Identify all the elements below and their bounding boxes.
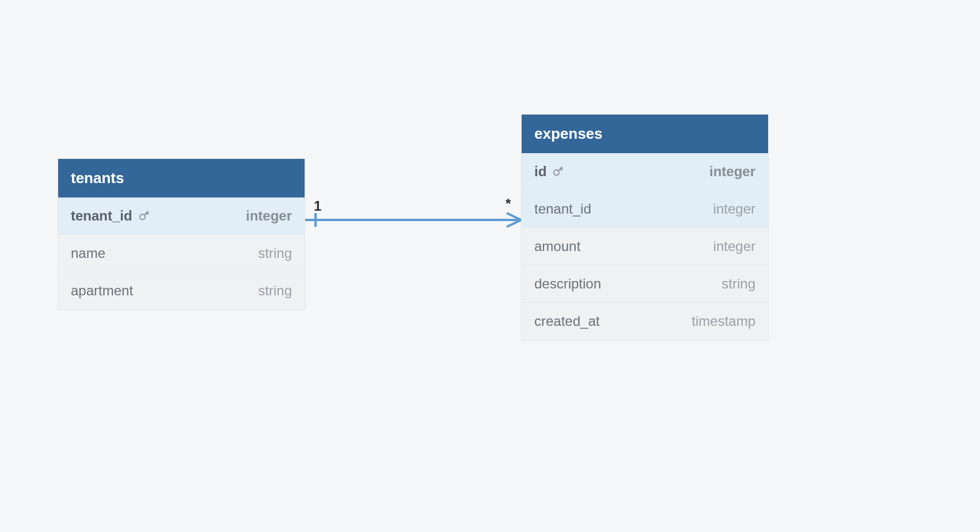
column-type: string — [258, 245, 292, 261]
tenants-row-tenant_id[interactable]: tenant_id integer — [58, 197, 305, 234]
expenses-row-id[interactable]: id integer — [522, 153, 768, 190]
entity-expenses-header: expenses — [522, 115, 768, 153]
column-name: apartment — [71, 283, 133, 299]
column-name: description — [534, 276, 601, 292]
column-name: tenant_id — [71, 208, 151, 224]
column-type: integer — [713, 201, 755, 217]
tenants-row-name[interactable]: name string — [58, 234, 305, 272]
entity-tenants-header: tenants — [58, 159, 305, 197]
column-type: string — [258, 283, 292, 299]
expenses-row-created_at[interactable]: created_at timestamp — [522, 302, 768, 340]
entity-tenants[interactable]: tenants tenant_id integer name string ap… — [58, 158, 305, 310]
column-name: tenant_id — [534, 201, 591, 217]
er-diagram-canvas: 1 * tenants tenant_id integer name strin… — [0, 0, 980, 532]
expenses-row-tenant_id[interactable]: tenant_id integer — [522, 190, 768, 227]
column-type: string — [721, 276, 755, 292]
svg-line-2 — [507, 213, 521, 220]
expenses-row-amount[interactable]: amount integer — [522, 227, 768, 265]
cardinality-many-label: * — [506, 196, 511, 212]
column-type: integer — [246, 208, 292, 224]
column-name: amount — [534, 238, 580, 254]
column-name: name — [71, 245, 105, 261]
column-type: integer — [709, 164, 755, 180]
tenants-row-apartment[interactable]: apartment string — [58, 272, 305, 309]
expenses-row-description[interactable]: description string — [522, 265, 768, 302]
column-type: timestamp — [692, 313, 755, 329]
primary-key-icon — [552, 165, 565, 178]
entity-expenses[interactable]: expenses id integer tenant_id integer am… — [521, 114, 769, 340]
column-name: id — [534, 164, 565, 180]
svg-line-4 — [507, 220, 521, 227]
primary-key-icon — [138, 210, 151, 222]
cardinality-one-label: 1 — [314, 198, 321, 214]
column-type: integer — [713, 238, 755, 254]
column-name: created_at — [534, 313, 599, 329]
